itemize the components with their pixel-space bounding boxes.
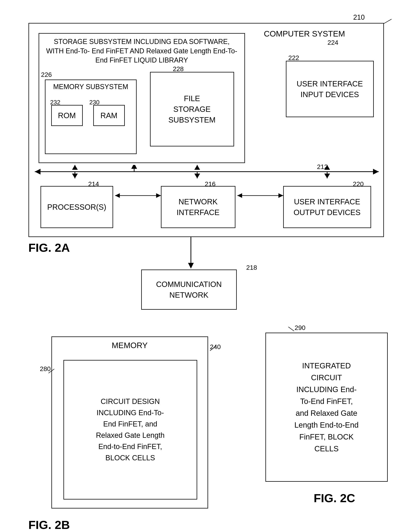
circuit-design-label: CIRCUIT DESIGN INCLUDING End-To- End Fin…	[92, 392, 168, 467]
ref-224: 224	[328, 39, 338, 46]
ref-212: 212	[317, 163, 328, 171]
ic-box: INTEGRATED CIRCUIT INCLUDING End- To-End…	[265, 332, 388, 482]
circuit-design-box: CIRCUIT DESIGN INCLUDING End-To- End Fin…	[63, 360, 197, 500]
comm-network-label: COMMUNICATION NETWORK	[156, 279, 222, 300]
processor-label: PROCESSOR(S)	[47, 203, 106, 211]
svg-marker-19	[115, 193, 120, 198]
svg-line-0	[384, 19, 392, 24]
proc-net-arrow	[113, 190, 163, 201]
memory-subsystem-label: MEMORY SUBSYSTEM	[46, 80, 136, 94]
processor-box: PROCESSOR(S)	[40, 186, 113, 228]
computer-system-label: COMPUTER SYSTEM	[264, 29, 345, 38]
ref-228: 228	[173, 65, 184, 73]
svg-line-28	[288, 327, 294, 331]
ic-label: INTEGRATED CIRCUIT INCLUDING End- To-End…	[291, 356, 362, 458]
ref-226: 226	[41, 71, 52, 78]
svg-marker-2	[35, 169, 40, 174]
file-storage-label: FILE STORAGE SUBSYSTEM	[168, 93, 216, 125]
svg-marker-20	[156, 193, 161, 198]
svg-marker-25	[188, 263, 194, 269]
memory-subsystem-box: MEMORY SUBSYSTEM 232 230 ROM RAM	[45, 79, 137, 154]
fig2a-label: FIG. 2A	[28, 241, 70, 255]
fig2b-label: FIG. 2B	[28, 518, 70, 532]
network-interface-label: NETWORK INTERFACE	[177, 196, 219, 218]
network-interface-box: NETWORK INTERFACE	[161, 186, 236, 228]
ref-222: 222	[288, 54, 299, 62]
memory-label-2b: MEMORY	[52, 337, 208, 354]
ref-240: 240	[210, 343, 221, 351]
svg-marker-15	[324, 174, 330, 178]
ui-input-box: USER INTERFACE INPUT DEVICES	[286, 61, 374, 117]
ref-218: 218	[246, 264, 257, 271]
svg-marker-13	[194, 165, 200, 170]
ref-214: 214	[88, 180, 99, 188]
computer-system-box: COMPUTER SYSTEM 224 STORAGE SUBSYSTEM IN…	[28, 23, 384, 237]
svg-marker-3	[373, 169, 379, 174]
file-storage-box: FILE STORAGE SUBSYSTEM	[150, 72, 234, 146]
net-uiout-arrow	[236, 190, 285, 201]
ui-input-label: USER INTERFACE INPUT DEVICES	[297, 78, 363, 100]
diagram-container: 210 COMPUTER SYSTEM 224 STORAGE SUBSYSTE…	[17, 8, 399, 524]
svg-marker-11	[194, 174, 200, 178]
memory-box-2b: MEMORY CIRCUIT DESIGN INCLUDING End-To- …	[51, 336, 208, 508]
ui-output-box: USER INTERFACE OUTPUT DEVICES	[283, 186, 371, 228]
svg-marker-5	[131, 165, 137, 169]
ref-210-label: 210	[353, 13, 365, 21]
storage-subsystem-label: STORAGE SUBSYSTEM INCLUDING EDA SOFTWARE…	[39, 34, 244, 65]
comm-network-box: COMMUNICATION NETWORK	[141, 270, 237, 310]
ref-220: 220	[353, 180, 364, 188]
storage-subsystem-box: STORAGE SUBSYSTEM INCLUDING EDA SOFTWARE…	[38, 33, 245, 163]
rom-box: ROM	[51, 105, 83, 126]
fig2c-label: FIG. 2C	[313, 491, 355, 505]
svg-marker-9	[72, 165, 78, 170]
ref-280: 280	[40, 365, 51, 373]
svg-marker-22	[237, 193, 242, 198]
net-to-comm-arrow	[185, 237, 197, 270]
svg-marker-23	[278, 193, 283, 198]
bus-line-svg	[29, 165, 383, 180]
ram-box: RAM	[93, 105, 125, 126]
ref-290: 290	[295, 324, 306, 332]
ref-216: 216	[205, 180, 216, 188]
svg-marker-7	[72, 174, 78, 178]
ui-output-label: USER INTERFACE OUTPUT DEVICES	[293, 196, 360, 218]
